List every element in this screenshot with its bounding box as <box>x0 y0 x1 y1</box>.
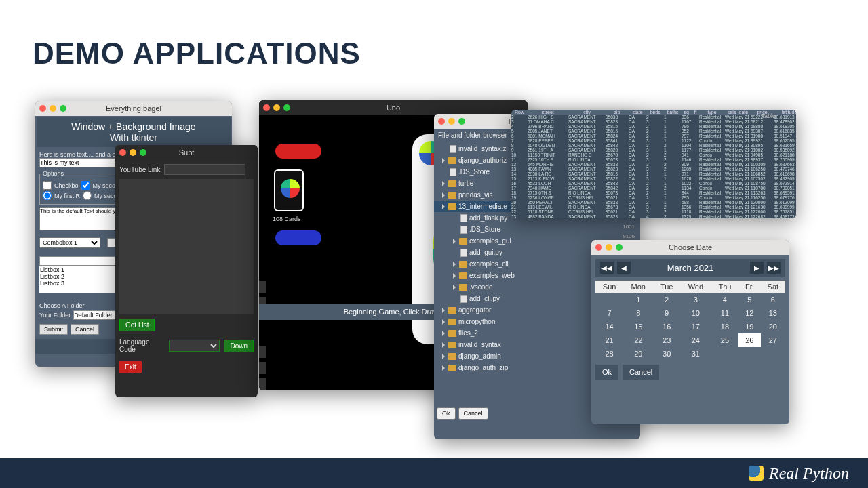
table-row[interactable]: 92561 19TH ASACRAMENT95820CA311177Reside… <box>511 148 796 152</box>
player-pill-red <box>275 144 321 159</box>
window-table: Table Rowstreetcityzipstatebedsbathssq__… <box>511 110 796 218</box>
youtube-link-input[interactable] <box>164 164 245 175</box>
slide-heading: DEMO APPLICATIONS <box>33 37 361 70</box>
calendar-day[interactable]: 3 <box>680 293 711 306</box>
calendar-day[interactable]: 11 <box>711 306 738 320</box>
calendar-day[interactable]: 2 <box>653 293 680 306</box>
table-row[interactable]: 234882 BANDASACRAMENT95823CA421329Reside… <box>511 214 796 218</box>
python-logo-icon <box>749 466 764 481</box>
table-row[interactable]: 117325 10TH SRIO LINDA95673CA321146Resid… <box>511 157 796 162</box>
table-row[interactable]: 164533 LOCHSACRAMENT95842CA211022CondoWe… <box>511 181 796 186</box>
tree-item[interactable]: .DS_Store <box>434 224 640 235</box>
table-row[interactable]: 22626 HIGH SSACRAMENT95838CA21836Residen… <box>511 115 796 119</box>
calendar-day[interactable]: 19 <box>738 320 761 333</box>
calendar-day[interactable]: 23 <box>653 333 680 347</box>
table-row[interactable]: 152113 KIRK WSACRAMENT95822CA311020Resid… <box>511 176 796 181</box>
table-row[interactable]: 134085 FAWNSACRAMENT95823CA321289Residen… <box>511 167 796 171</box>
calendar-day[interactable]: 24 <box>680 333 711 347</box>
folder-icon <box>459 238 467 245</box>
table-body[interactable]: 22626 HIGH SSACRAMENT95838CA21836Residen… <box>511 115 796 218</box>
table-row[interactable]: 1011150 TRINITRANCHO C95670CA22941CondoW… <box>511 152 796 157</box>
calendar-day[interactable]: 5 <box>738 293 761 306</box>
table-row[interactable]: 66001 MCMAHSACRAMENT95824CA21797Resident… <box>511 134 796 138</box>
download-button[interactable]: Down <box>224 340 254 352</box>
prev-month-button[interactable]: ◀ <box>617 262 631 274</box>
table-row[interactable]: 226118 STONECITRUS HEI95621CA321118Resid… <box>511 209 796 214</box>
banner-line2: With tkinter <box>41 132 226 143</box>
prev-year-button[interactable]: ◀◀ <box>600 262 614 274</box>
calendar-day[interactable]: 17 <box>680 320 711 333</box>
calendar-day[interactable]: 4 <box>711 293 738 306</box>
calendar-day[interactable]: 6 <box>761 293 785 306</box>
calendar-day[interactable]: 1 <box>623 293 653 306</box>
window-title: Uno <box>259 100 528 115</box>
calendar-day[interactable]: 8 <box>623 306 653 320</box>
language-select[interactable] <box>169 340 220 352</box>
calendar-day[interactable]: 27 <box>761 333 785 347</box>
next-month-button[interactable]: ▶ <box>750 262 764 274</box>
table-row[interactable]: 75828 PEPPESACRAMENT95841CA311122CondoWe… <box>511 138 796 143</box>
calendar-day[interactable]: 13 <box>761 306 785 320</box>
table-row[interactable]: 42796 BRANCSACRAMENT95815CA21796Resident… <box>511 124 796 129</box>
calendar-day[interactable]: 12 <box>738 306 761 320</box>
cancel-button[interactable]: Cancel <box>458 407 488 420</box>
cancel-button[interactable]: Cancel <box>71 324 99 335</box>
window-youtube-subtitle: Subt YouTube Link Get List Language Code… <box>115 145 258 397</box>
next-year-button[interactable]: ▶▶ <box>767 262 781 274</box>
exit-button[interactable]: Exit <box>119 361 142 373</box>
calendar-day[interactable]: 7 <box>595 306 623 320</box>
table-row[interactable]: 52805 JANETSACRAMENT95815CA21852Resident… <box>511 129 796 134</box>
calendar-day[interactable]: 9 <box>653 306 680 320</box>
calendar-day[interactable]: 18 <box>711 320 738 333</box>
calendar-day[interactable]: 28 <box>595 347 623 361</box>
table-row[interactable]: 186715 6TH SRIO LINDA95673CA21844Residen… <box>511 190 796 195</box>
table-row[interactable]: 86048 OGDENSACRAMENT95842CA321104Residen… <box>511 143 796 148</box>
calendar-day[interactable]: 21 <box>595 333 623 347</box>
checkbox-1-label: Checkbo <box>54 182 79 189</box>
file-icon <box>460 214 467 222</box>
folder-icon <box>448 365 456 371</box>
traffic-lights <box>39 105 66 112</box>
ok-button[interactable]: Ok <box>595 365 618 380</box>
calendar-day <box>738 347 761 361</box>
side-tab-4 <box>259 362 266 374</box>
table-row[interactable]: 12645 MORRISSACRAMENT95838CA32909Residen… <box>511 162 796 167</box>
table-row[interactable]: 351 OMAHA CSACRAMENT95823CA311167Residen… <box>511 119 796 124</box>
calendar-day[interactable]: 10 <box>680 306 711 320</box>
calendar-day[interactable]: 16 <box>653 320 680 333</box>
folder-icon <box>448 342 456 348</box>
slide-footer: Real Python <box>0 458 868 488</box>
table-row[interactable]: 142930 LA ROSACRAMENT95815CA11871Residen… <box>511 171 796 176</box>
calendar-day[interactable]: 15 <box>623 320 653 333</box>
calendar-day[interactable]: 22 <box>623 333 653 347</box>
table-label: Table <box>761 113 776 119</box>
calendar-day[interactable]: 31 <box>680 347 711 361</box>
calendar-day[interactable]: 26 <box>738 333 761 347</box>
submit-button[interactable]: Submit <box>39 324 68 335</box>
radio-2[interactable] <box>83 191 92 200</box>
calendar-day[interactable]: 25 <box>711 333 738 347</box>
folder-icon <box>448 180 456 187</box>
ok-button[interactable]: Ok <box>437 407 456 420</box>
checkbox-2[interactable] <box>81 181 90 190</box>
combobox[interactable]: Combobox 1 <box>39 237 100 248</box>
color-wheel-icon <box>281 179 300 198</box>
table-row[interactable]: 21113 LEEWILRIO LINDA95673CA321356Reside… <box>511 205 796 209</box>
checkbox-1[interactable] <box>43 181 52 190</box>
radio-1[interactable] <box>43 191 52 200</box>
calendar-day[interactable]: 30 <box>653 347 680 361</box>
cancel-button[interactable]: Cancel <box>623 365 659 380</box>
calendar-day[interactable]: 29 <box>623 347 653 361</box>
calendar-nav: ◀◀ ◀ March 2021 ▶ ▶▶ <box>595 259 785 277</box>
table-row[interactable]: 196236 LONGFCITRUS HEI95621CA21795CondoW… <box>511 195 796 200</box>
calendar-day[interactable]: 14 <box>595 320 623 333</box>
uno-card[interactable] <box>274 169 304 211</box>
file-icon <box>450 168 456 176</box>
table-row[interactable]: 20250 PERALTSACRAMENT95833CA21588Residen… <box>511 200 796 205</box>
youtube-link-label: YouTube Link <box>119 166 160 174</box>
table-row[interactable]: 177340 HAMDSACRAMENT95842CA221134CondoWe… <box>511 186 796 190</box>
get-list-button[interactable]: Get List <box>119 319 155 331</box>
calendar-day[interactable]: 20 <box>761 320 785 333</box>
table-header: Rowstreetcityzipstatebedsbathssq__fttype… <box>511 110 796 115</box>
calendar-grid: SunMonTueWedThuFriSat 123456789101112131… <box>595 281 785 361</box>
